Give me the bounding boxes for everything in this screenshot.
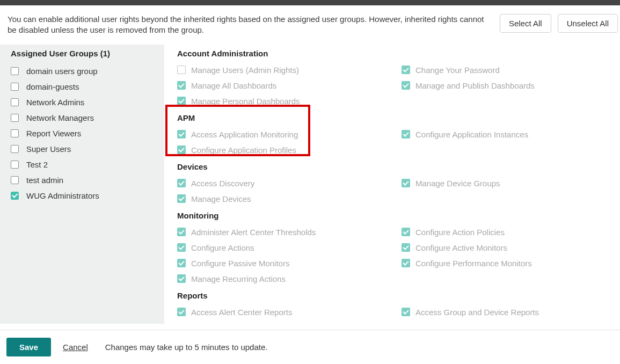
checkmark-icon[interactable] — [177, 194, 186, 203]
right-label: Manage Recurring Actions — [191, 274, 286, 283]
right-item[interactable]: Configure Actions — [177, 240, 402, 256]
checkbox-icon[interactable] — [11, 145, 19, 153]
checkbox-icon[interactable] — [177, 65, 186, 74]
right-item[interactable]: Change Your Password — [402, 62, 609, 78]
right-item[interactable]: Configure Action Policies — [402, 224, 609, 240]
group-item[interactable]: Test 2 — [0, 157, 164, 172]
group-item[interactable]: Report Viewers — [0, 126, 164, 141]
footer-note: Changes may take up to 5 minutes to upda… — [105, 343, 268, 352]
right-item[interactable]: Access Application Monitoring — [177, 127, 402, 142]
section-title: Devices — [177, 158, 609, 176]
sidebar-header: Assigned User Groups (1) — [0, 45, 164, 63]
checkmark-icon[interactable] — [177, 228, 186, 236]
group-item[interactable]: domain users group — [0, 63, 164, 79]
right-label: Configure Passive Monitors — [191, 259, 289, 268]
right-item[interactable]: Configure Application Profiles — [177, 142, 402, 158]
rights-grid: Access DiscoveryManage Device GroupsMana… — [177, 176, 609, 207]
right-item[interactable]: Configure Performance Monitors — [402, 256, 609, 271]
checkmark-icon[interactable] — [402, 259, 410, 267]
checkmark-icon[interactable] — [177, 97, 186, 105]
checkmark-icon[interactable] — [402, 130, 410, 139]
right-item[interactable]: Access Discovery — [177, 176, 402, 191]
section-title: Reports — [177, 287, 609, 304]
select-all-button[interactable]: Select All — [500, 14, 551, 33]
checkmark-icon[interactable] — [177, 243, 186, 252]
group-item-label: Super Users — [26, 144, 71, 154]
right-item[interactable]: Manage Devices — [177, 191, 402, 207]
right-item[interactable]: Manage All Dashboards — [177, 78, 402, 93]
right-item[interactable]: Configure Passive Monitors — [177, 256, 402, 271]
right-item[interactable]: Manage and Publish Dashboards — [402, 78, 609, 93]
checkmark-icon[interactable] — [402, 65, 410, 74]
right-label: Manage Personal Dashboards — [191, 97, 300, 106]
description-text: You can enable additional user rights be… — [8, 14, 493, 36]
checkbox-icon[interactable] — [11, 192, 19, 200]
right-item[interactable]: Manage Personal Dashboards — [177, 93, 402, 109]
group-item[interactable]: test admin — [0, 172, 164, 188]
checkmark-icon[interactable] — [177, 308, 186, 316]
rights-panel: Account AdministrationManage Users (Admi… — [164, 45, 620, 324]
right-label: Administer Alert Center Thresholds — [191, 228, 316, 237]
section-title: APM — [177, 109, 609, 127]
checkbox-icon[interactable] — [11, 114, 19, 122]
group-item[interactable]: domain-guests — [0, 79, 164, 94]
checkmark-icon[interactable] — [177, 179, 186, 187]
checkmark-icon[interactable] — [177, 81, 186, 90]
right-item[interactable]: Access Group and Device Reports — [402, 304, 609, 320]
right-label: Access Discovery — [191, 179, 254, 188]
right-label: Configure Performance Monitors — [415, 259, 532, 268]
checkmark-icon[interactable] — [177, 274, 186, 283]
section-title: Monitoring — [177, 207, 609, 224]
rights-grid: Access Alert Center ReportsAccess Group … — [177, 304, 609, 320]
right-label: Access Group and Device Reports — [415, 308, 539, 317]
right-label: Configure Action Policies — [415, 228, 505, 237]
right-label: Manage and Publish Dashboards — [415, 81, 535, 90]
right-label: Manage All Dashboards — [191, 81, 276, 90]
right-item[interactable]: Configure Application Instances — [402, 127, 609, 142]
rights-grid: Access Application MonitoringConfigure A… — [177, 127, 609, 158]
group-item[interactable]: Network Managers — [0, 110, 164, 126]
checkmark-icon[interactable] — [402, 179, 410, 187]
sidebar: Assigned User Groups (1) domain users gr… — [0, 45, 164, 324]
right-label: Change Your Password — [415, 65, 500, 75]
group-item[interactable]: Network Admins — [0, 94, 164, 110]
group-item-label: Network Admins — [26, 98, 84, 107]
right-item[interactable]: Manage Device Groups — [402, 176, 609, 191]
rights-grid: Manage Users (Admin Rights)Change Your P… — [177, 62, 609, 109]
checkmark-icon[interactable] — [177, 259, 186, 267]
checkmark-icon[interactable] — [177, 130, 186, 139]
checkbox-icon[interactable] — [11, 98, 19, 106]
right-label: Configure Active Monitors — [415, 243, 507, 252]
checkmark-icon[interactable] — [402, 81, 410, 90]
checkmark-icon[interactable] — [402, 243, 410, 252]
rights-grid: Administer Alert Center ThresholdsConfig… — [177, 224, 609, 287]
right-item[interactable]: Manage Recurring Actions — [177, 271, 402, 287]
right-item[interactable]: Administer Alert Center Thresholds — [177, 224, 402, 240]
right-label: Access Application Monitoring — [191, 130, 298, 139]
save-button[interactable]: Save — [6, 338, 51, 356]
checkbox-icon[interactable] — [11, 67, 19, 75]
group-item[interactable]: WUG Administrators — [0, 188, 164, 203]
checkmark-icon[interactable] — [402, 308, 410, 316]
right-item[interactable]: Manage Users (Admin Rights) — [177, 62, 402, 78]
right-label: Manage Devices — [191, 194, 251, 203]
checkbox-icon[interactable] — [11, 161, 19, 169]
checkmark-icon[interactable] — [177, 145, 186, 154]
checkmark-icon[interactable] — [402, 228, 410, 236]
main-area: Assigned User Groups (1) domain users gr… — [0, 45, 620, 324]
right-label: Configure Application Instances — [415, 130, 528, 139]
group-item[interactable]: Super Users — [0, 141, 164, 157]
cancel-link[interactable]: Cancel — [63, 343, 88, 352]
right-item[interactable]: Access Alert Center Reports — [177, 304, 402, 320]
right-item[interactable]: Configure Active Monitors — [402, 240, 609, 256]
group-item-label: Network Managers — [26, 113, 94, 122]
checkbox-icon[interactable] — [11, 129, 19, 137]
right-label: Manage Users (Admin Rights) — [191, 65, 299, 75]
checkbox-icon[interactable] — [11, 83, 19, 91]
unselect-all-button[interactable]: Unselect All — [558, 14, 618, 33]
group-item-label: domain users group — [26, 67, 98, 76]
top-bar — [0, 0, 620, 5]
group-item-label: Report Viewers — [26, 129, 81, 138]
checkbox-icon[interactable] — [11, 176, 19, 184]
footer: Save Cancel Changes may take up to 5 min… — [0, 330, 620, 364]
